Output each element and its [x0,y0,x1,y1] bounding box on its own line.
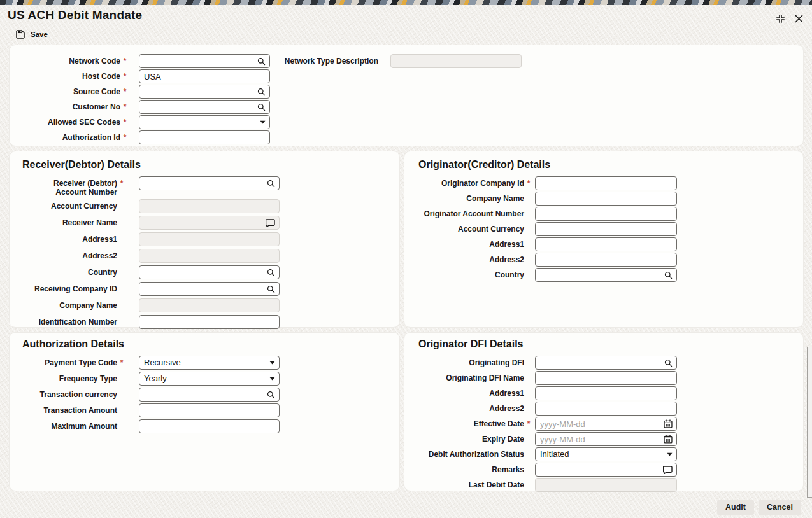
required-marker: * [117,176,126,197]
search-icon[interactable] [267,269,275,277]
effective-date-field[interactable] [535,417,677,431]
customer-no-field[interactable] [139,100,270,114]
authorization-id-input[interactable] [139,131,269,144]
receiver-country-field[interactable] [139,265,280,279]
maximum-amount-input[interactable] [139,420,279,433]
originator-account-currency-field[interactable] [535,222,677,236]
comment-icon[interactable] [663,466,673,474]
originating-dfi-name-input[interactable] [536,372,676,384]
authorization-id-field[interactable] [139,130,270,144]
caret-down-icon[interactable] [667,452,673,456]
search-icon[interactable] [267,285,275,293]
dfi-address2-input[interactable] [536,402,676,415]
originator-address1-field[interactable] [535,237,677,251]
remarks-field[interactable] [535,463,677,477]
field-row: Country [418,268,803,282]
receiving-company-id-field[interactable] [139,282,280,296]
field-row: Allowed SEC Codes* [20,115,803,129]
transaction-amount-field[interactable] [139,403,280,417]
field-row: Receiver (Debtor) Account Number* [22,176,399,197]
audit-button[interactable]: Audit [717,500,754,515]
originating-dfi-input[interactable] [536,356,664,369]
search-icon[interactable] [267,391,275,399]
originator-company-name-field[interactable] [535,192,677,206]
originator-account-number-field[interactable] [535,207,677,221]
originator-company-id-input[interactable] [536,177,676,190]
host-code-input[interactable] [139,70,269,83]
receiving-company-id-input[interactable] [139,283,267,295]
cancel-button[interactable]: Cancel [759,500,801,515]
receiver-company-name-input [139,299,279,312]
originating-dfi-name-field[interactable] [535,371,677,385]
originator-account-number-input[interactable] [536,207,676,220]
source-code-field[interactable] [139,85,270,99]
search-icon[interactable] [257,57,266,66]
originating-dfi-field[interactable] [535,356,677,370]
debit-authorization-status-select[interactable]: Initiated [535,447,677,461]
expiry-date-field[interactable] [535,432,677,446]
required-marker: * [120,130,129,142]
originator-address2-input[interactable] [536,253,676,266]
remarks-input[interactable] [536,463,663,476]
transaction-currency-input[interactable] [139,388,267,401]
caret-down-icon[interactable] [260,120,266,124]
expiry-date-input[interactable] [536,433,664,445]
originator-company-id-field[interactable] [535,176,677,190]
comment-icon[interactable] [266,219,275,227]
dfi-address2-field[interactable] [535,402,677,416]
vertical-scrollbar-thumb[interactable] [807,347,812,498]
receiver-country-input[interactable] [139,266,267,279]
identification-number-field[interactable] [139,315,280,329]
dfi-address1-field[interactable] [535,386,677,400]
caret-down-icon[interactable] [269,377,275,381]
source-code-input[interactable] [139,85,257,98]
host-code-field[interactable] [139,69,270,83]
receiver-account-number-field[interactable] [139,176,280,190]
originator-address1-input[interactable] [536,238,676,251]
originator-country-input[interactable] [536,269,664,281]
source-code-label: Source Code [20,85,120,96]
originator-address2-field[interactable] [535,253,677,267]
search-icon[interactable] [257,103,266,111]
originating-dfi-label: Originating DFI [418,356,524,367]
calendar-icon[interactable] [664,435,673,444]
originator-account-currency-input[interactable] [536,223,676,235]
maximum-amount-field[interactable] [139,419,280,433]
allowed-sec-codes-label: Allowed SEC Codes [20,115,120,127]
search-icon[interactable] [664,359,673,367]
close-icon[interactable] [795,15,803,23]
field-row: Effective Date* [418,417,803,431]
originator-company-name-input[interactable] [536,192,676,205]
transaction-amount-input[interactable] [139,404,279,417]
network-code-input[interactable] [139,55,257,67]
search-icon[interactable] [257,88,266,96]
expiry-date-label: Expiry Date [418,432,524,444]
search-icon[interactable] [664,271,673,279]
dfi-address1-label: Address1 [418,386,524,398]
network-code-field[interactable] [139,54,270,68]
receiver-account-number-input[interactable] [139,177,267,190]
save-button[interactable]: Save [15,29,48,39]
required-marker: * [120,100,129,111]
originator-address2-label: Address2 [418,253,524,264]
caret-down-icon[interactable] [269,361,275,365]
receiver-address1-input [139,233,279,246]
customer-no-input[interactable] [139,101,257,113]
search-icon[interactable] [267,179,275,188]
originator-country-field[interactable] [535,268,677,282]
required-marker: * [120,69,129,81]
resize-icon[interactable] [776,14,785,24]
identification-number-input[interactable] [139,316,279,328]
payment-type-code-select[interactable]: Recursive [139,356,280,370]
top-form-right-column: Network Type Description [278,54,522,69]
section-title: Receiver(Debtor) Details [22,159,399,171]
field-row: Originating DFI [418,356,803,370]
receiver-address2-input [139,249,279,262]
allowed-sec-codes-select[interactable] [139,115,270,129]
dfi-address1-input[interactable] [536,387,676,400]
frequency-type-select[interactable]: Yearly [139,372,280,386]
originator-country-label: Country [418,268,524,279]
calendar-icon[interactable] [664,419,673,428]
transaction-currency-field[interactable] [139,388,280,402]
effective-date-input[interactable] [536,417,664,430]
